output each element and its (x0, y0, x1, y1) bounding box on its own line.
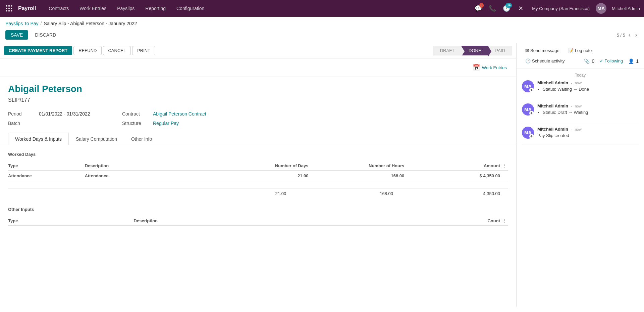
message-avatar: MA ✈ (522, 127, 534, 139)
action-bar: SAVE DISCARD 5 / 5 ‹ › (0, 29, 644, 43)
row-num-hours: 168.00 (308, 173, 404, 178)
other-inputs-section: Other Inputs Type Description Count ⋮ (8, 207, 508, 226)
pipeline-step-done[interactable]: DONE (462, 46, 488, 55)
period-value: 01/01/2022 - 01/31/2022 (39, 111, 90, 117)
close-icon[interactable]: ✕ (515, 3, 526, 14)
message-header: Mitchell Admin - now (537, 80, 639, 85)
work-entries-label: Work Entries (482, 65, 507, 70)
save-button[interactable]: SAVE (5, 30, 28, 40)
employee-name: Abigail Peterson (8, 84, 508, 94)
record-navigation: 5 / 5 ‹ › (617, 31, 639, 39)
refund-button[interactable]: REFUND (73, 46, 102, 55)
tabs: Worked Days & Inputs Salary Computation … (0, 133, 516, 145)
form-fields: Period 01/01/2022 - 01/31/2022 Batch Con… (8, 111, 508, 126)
svg-rect-0 (6, 5, 7, 7)
today-label: Today (517, 69, 644, 80)
person-icon: 👤 (628, 58, 634, 64)
message-time: - (571, 127, 572, 131)
contract-label: Contract (122, 111, 149, 117)
messages-badge: 8 (479, 3, 484, 8)
note-icon: 📝 (568, 48, 574, 53)
log-note-button[interactable]: 📝 Log note (565, 46, 595, 55)
message-author: Mitchell Admin (537, 80, 568, 85)
left-panel: CREATE PAYMENT REPORT REFUND CANCEL PRIN… (0, 43, 517, 307)
message-status-item: Status: Draft → Waiting (543, 110, 639, 115)
svg-rect-8 (11, 10, 12, 12)
work-entries-button[interactable]: 📅 Work Entries (469, 62, 511, 73)
prev-record-button[interactable]: ‹ (627, 31, 632, 39)
discard-button[interactable]: DISCARD (31, 30, 60, 40)
period-field: Period 01/01/2022 - 01/31/2022 (8, 111, 109, 117)
structure-label: Structure (122, 121, 149, 126)
col-header-description: Description (85, 163, 213, 168)
phone-icon[interactable]: 📞 (487, 3, 498, 14)
worked-days-title: Worked Days (8, 152, 508, 157)
breadcrumb-separator: / (41, 21, 42, 26)
attachment-icon: 📎 (584, 58, 590, 64)
messages-icon[interactable]: 💬 8 (473, 3, 484, 14)
grid-icon[interactable] (4, 3, 14, 13)
table-totals: 21.00 168.00 4,350.00 (8, 188, 508, 199)
message-author: Mitchell Admin (537, 127, 568, 132)
message-content: Status: Draft → Waiting (537, 110, 639, 115)
structure-value[interactable]: Regular Pay (153, 121, 179, 126)
svg-rect-5 (11, 8, 12, 9)
main-content: CREATE PAYMENT REPORT REFUND CANCEL PRIN… (0, 43, 644, 307)
message-body: Mitchell Admin - now Status: Draft → Wai… (537, 103, 639, 116)
breadcrumb-current: Salary Slip - Abigail Peterson - January… (44, 21, 137, 26)
period-label: Period (8, 111, 35, 117)
message-plain-text: Pay Slip created (537, 133, 569, 138)
left-fields: Period 01/01/2022 - 01/31/2022 Batch (8, 111, 109, 126)
row-type: Attendance (8, 173, 85, 178)
print-button[interactable]: PRINT (132, 46, 155, 55)
next-record-button[interactable]: › (634, 31, 639, 39)
total-amount: 4,350.00 (393, 191, 500, 196)
calendar-icon: 📅 (473, 64, 480, 71)
nav-work-entries[interactable]: Work Entries (75, 4, 111, 13)
other-inputs-header: Type Description Count ⋮ (8, 216, 508, 226)
svg-rect-4 (8, 8, 10, 9)
chatter-actions: ✉ Send message 📝 Log note 🕐 Schedule act… (517, 43, 644, 69)
clock-icon: 🕐 (525, 58, 531, 63)
top-navigation: Payroll Contracts Work Entries Payslips … (0, 0, 644, 17)
user-name: Mitchell Admin (612, 6, 640, 11)
create-payment-report-button[interactable]: CREATE PAYMENT REPORT (4, 46, 72, 55)
tab-worked-days[interactable]: Worked Days & Inputs (8, 133, 69, 145)
batch-label: Batch (8, 121, 35, 126)
nav-payslips[interactable]: Payslips (112, 4, 139, 13)
nav-right-icons: 💬 8 📞 🕐 34 ✕ My Company (San Francisco) … (473, 3, 640, 14)
tab-salary-computation[interactable]: Salary Computation (69, 133, 124, 145)
svg-rect-6 (6, 10, 7, 12)
schedule-activity-button[interactable]: 🕐 Schedule activity (522, 57, 568, 65)
cancel-button[interactable]: CANCEL (103, 46, 131, 55)
nav-configuration[interactable]: Configuration (172, 4, 209, 13)
contract-value[interactable]: Abigail Peterson Contract (153, 111, 206, 117)
avatar[interactable]: MA (596, 3, 606, 14)
company-name: My Company (San Francisco) (532, 6, 590, 11)
message-item: MA ✈ Mitchell Admin - now Pay Slip creat… (522, 127, 639, 144)
following-button[interactable]: ✓ Following (596, 57, 626, 65)
message-content: Pay Slip created (537, 133, 639, 138)
send-message-button[interactable]: ✉ Send message (522, 46, 563, 55)
message-time-val: now (575, 81, 582, 85)
tab-content-worked-days: Worked Days Type Description Number of D… (8, 145, 508, 232)
chatter-messages: MA ✈ Mitchell Admin - now Status: Waitin… (517, 80, 644, 144)
message-header: Mitchell Admin - now (537, 103, 639, 108)
nav-contracts[interactable]: Contracts (44, 4, 73, 13)
tab-other-info[interactable]: Other Info (124, 133, 159, 145)
message-body: Mitchell Admin - now Status: Waiting → D… (537, 80, 639, 92)
status-pipeline: DRAFT DONE PAID (433, 46, 512, 55)
pipeline-step-draft[interactable]: DRAFT (433, 46, 462, 55)
message-header: Mitchell Admin - now (537, 127, 639, 132)
activity-icon[interactable]: 🕐 34 (501, 3, 512, 14)
nav-reporting[interactable]: Reporting (141, 4, 170, 13)
pipeline-step-paid[interactable]: PAID (488, 46, 512, 55)
message-author: Mitchell Admin (537, 103, 568, 108)
slip-number: SLIP/177 (8, 97, 508, 103)
breadcrumb-parent[interactable]: Payslips To Pay (5, 21, 39, 26)
followers-info: 📎 0 ✓ Following 👤 1 (584, 57, 639, 65)
svg-rect-2 (11, 5, 12, 7)
breadcrumb: Payslips To Pay / Salary Slip - Abigail … (0, 17, 644, 29)
activity-badge: 34 (505, 3, 512, 8)
checkmark-icon: ✓ (600, 58, 603, 63)
